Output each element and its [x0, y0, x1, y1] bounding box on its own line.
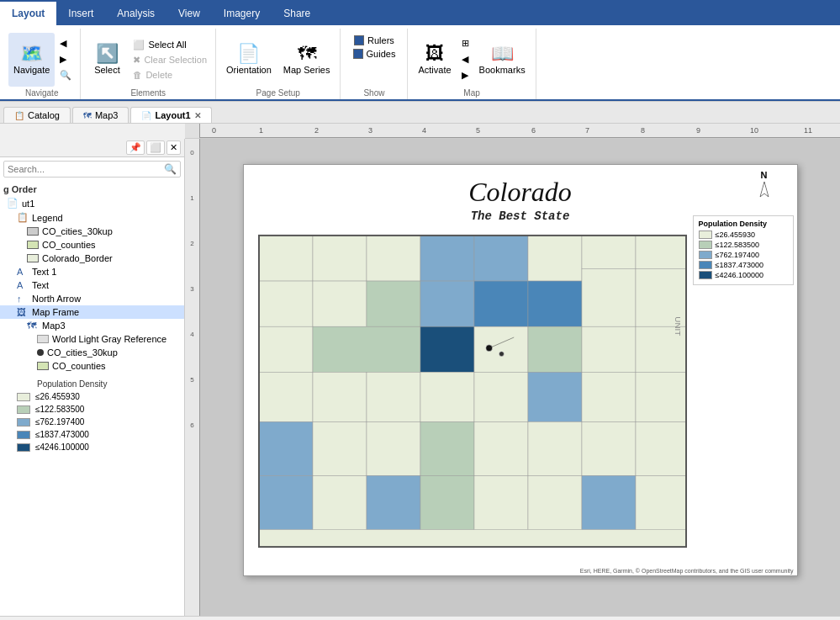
zoom-btn[interactable]: 🔍	[56, 68, 75, 82]
navigate-icon: 🗺️	[20, 45, 43, 63]
activate-icon: 🖼	[425, 45, 444, 63]
tab-analysis[interactable]: Analysis	[105, 2, 166, 25]
svg-rect-47	[527, 475, 581, 529]
colorado-map-svg: UNIT	[257, 222, 688, 560]
bookmarks-button[interactable]: 📖 Bookmarks	[474, 33, 531, 87]
map3-icon: 🗺	[83, 111, 92, 120]
legend-color-2	[699, 241, 712, 249]
tab-imagery[interactable]: Imagery	[212, 2, 272, 25]
list-item[interactable]: CO_counties	[0, 238, 184, 252]
list-item[interactable]: 📋 Legend	[0, 210, 184, 225]
left-panel: 📌 ⬜ ✕ 🔍 g Order 📄 ut1 📋 Legend CO_cities…	[0, 139, 185, 616]
svg-rect-16	[527, 281, 581, 326]
legend-icon: 📋	[17, 212, 29, 223]
svg-rect-11	[258, 281, 312, 326]
guides-checkbox[interactable]	[353, 49, 363, 59]
svg-marker-1	[760, 182, 769, 197]
svg-rect-38	[473, 421, 527, 475]
select-all-icon: ⬜	[133, 40, 145, 50]
svg-point-51	[499, 352, 504, 357]
prev-page-btn[interactable]: ◀	[56, 36, 75, 50]
svg-rect-9	[581, 236, 635, 268]
legend-entry-5: ≤4246.100000	[0, 441, 184, 453]
panel-close-button[interactable]: ✕	[166, 140, 181, 155]
co-cities-sub-item[interactable]: CO_cities_30kup	[0, 346, 184, 359]
text-icon: A	[17, 280, 29, 290]
back-btn[interactable]: ◀	[458, 52, 473, 66]
bookmarks-icon: 📖	[491, 45, 514, 63]
north-arrow-svg	[757, 180, 772, 204]
guides-label: Guides	[367, 49, 396, 59]
svg-rect-31	[527, 372, 581, 421]
legend-swatch-4	[17, 431, 30, 439]
show-group-label: Show	[346, 87, 402, 99]
svg-rect-4	[312, 236, 366, 281]
colorado-map-container: UNIT	[257, 222, 688, 560]
svg-rect-42	[258, 475, 312, 529]
rulers-checkbox[interactable]	[354, 35, 364, 45]
svg-rect-34	[258, 421, 312, 475]
list-item[interactable]: 📄 ut1	[0, 196, 184, 210]
svg-rect-6	[420, 236, 473, 281]
svg-rect-27	[312, 372, 366, 421]
tab-close-icon[interactable]: ✕	[194, 111, 201, 120]
svg-rect-26	[258, 372, 312, 421]
svg-rect-22	[473, 326, 527, 372]
legend-entry-4: ≤1837.473000	[0, 428, 184, 441]
text1-item[interactable]: A Text 1	[0, 265, 184, 278]
legend-row-2: ≤122.583500	[699, 241, 788, 249]
world-light-gray-item[interactable]: World Light Gray Reference	[0, 332, 184, 346]
co-counties-sub-item[interactable]: CO_counties	[0, 359, 184, 373]
page-setup-buttons: 📄 Orientation 🗺 Map Series	[221, 29, 335, 87]
select-all-button[interactable]: ⬜ Select All	[129, 38, 210, 52]
legend-color-4	[699, 261, 712, 269]
page-setup-group-label: Page Setup	[221, 87, 335, 99]
tab-catalog[interactable]: 📋 Catalog	[3, 107, 71, 123]
ruler-left: 0 1 2 3 4 5 6	[185, 139, 200, 616]
panel-float-button[interactable]: ⬜	[146, 140, 165, 155]
svg-rect-23	[527, 326, 581, 372]
navigate-button[interactable]: 🗺️ Navigate	[8, 33, 55, 87]
legend-row-1: ≤26.455930	[699, 231, 788, 239]
activate-button[interactable]: 🖼 Activate	[413, 33, 456, 87]
ruler-marks-horizontal: 0 1 2 3 4 5 6 7 8 9 10 11	[200, 124, 840, 138]
orientation-button[interactable]: 📄 Orientation	[221, 33, 277, 87]
panel-pin-button[interactable]: 📌	[126, 140, 145, 155]
tab-insert[interactable]: Insert	[56, 2, 105, 25]
text-item[interactable]: A Text	[0, 278, 184, 292]
svg-rect-28	[366, 372, 420, 421]
forward-btn[interactable]: ▶	[458, 68, 473, 82]
clear-selection-button[interactable]: ✖ Clear Selection	[129, 53, 210, 67]
list-item[interactable]: CO_cities_30kup	[0, 225, 184, 238]
map3-sub-icon: 🗺	[27, 321, 39, 331]
zoom-extent-btn[interactable]: ⊞	[458, 36, 473, 50]
svg-rect-33	[635, 372, 685, 421]
svg-rect-32	[581, 372, 635, 421]
tab-view[interactable]: View	[166, 2, 212, 25]
svg-rect-3	[258, 236, 312, 281]
svg-rect-12	[312, 281, 366, 326]
map3-item[interactable]: 🗺 Map3	[0, 319, 184, 332]
map-series-button[interactable]: 🗺 Map Series	[278, 33, 335, 87]
next-page-btn[interactable]: ▶	[56, 52, 75, 66]
tab-layout1[interactable]: 📄 Layout1 ✕	[130, 107, 211, 123]
delete-button[interactable]: 🗑 Delete	[129, 68, 210, 82]
list-item[interactable]: Colorado_Border	[0, 252, 184, 265]
north-n-label: N	[757, 170, 772, 180]
ribbon-group-page-setup: 📄 Orientation 🗺 Map Series Page Setup	[216, 29, 341, 99]
legend-swatch-5	[17, 443, 30, 452]
tab-layout[interactable]: Layout	[0, 2, 56, 25]
svg-rect-46	[473, 475, 527, 529]
show-buttons: Rulers Guides	[346, 29, 402, 87]
legend-title: Population Density	[699, 220, 788, 228]
search-icon: 🔍	[161, 162, 180, 177]
select-button[interactable]: ↖️ Select	[86, 33, 128, 87]
tab-map3[interactable]: 🗺 Map3	[72, 107, 129, 123]
canvas-area[interactable]: Colorado The Best State N	[200, 139, 840, 616]
svg-rect-30	[473, 372, 527, 421]
map-frame-item[interactable]: 🖼 Map Frame	[0, 305, 184, 319]
north-arrow-item[interactable]: ↑ North Arrow	[0, 292, 184, 305]
search-input[interactable]	[4, 162, 161, 176]
svg-rect-24	[581, 326, 635, 372]
tab-share[interactable]: Share	[272, 2, 322, 25]
